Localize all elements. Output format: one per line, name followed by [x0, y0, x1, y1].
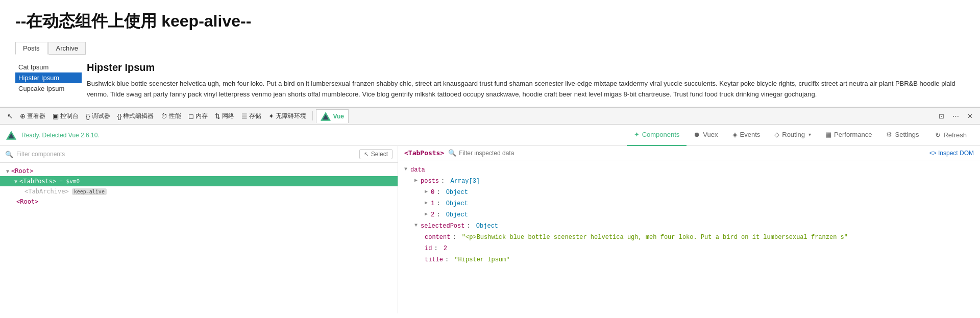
post-item-1[interactable]: Hipster Ipsum — [15, 72, 82, 83]
data-type-posts: Array[3] — [450, 177, 480, 186]
routing-label: Routing — [782, 131, 805, 138]
select-button[interactable]: ↖ Select — [359, 149, 393, 159]
data-arrow-post0[interactable]: ▶ — [425, 188, 428, 195]
vue-nav-logo — [6, 130, 16, 140]
dt-accessibility-tool[interactable]: ✦ 无障碍环境 — [265, 110, 309, 122]
data-value-title: "Hipster Ipsum" — [454, 255, 509, 264]
vue-panels: 🔍 ↖ Select ▼ <Root> ▼ <TabPost — [0, 146, 980, 313]
vue-devtools: Ready. Detected Vue 2.6.10. ✦ Components… — [0, 125, 980, 313]
dt-perf-label: 性能 — [169, 112, 181, 120]
tree-arrow-tabposts: ▼ — [14, 179, 17, 184]
cursor-icon: ↖ — [7, 112, 13, 120]
dt-inspector-label: 查看器 — [27, 112, 45, 120]
tab-settings[interactable]: ⚙ Settings — [879, 125, 926, 146]
refresh-label: Refresh — [943, 131, 967, 139]
dt-network-label: 网络 — [222, 112, 234, 120]
data-tree: ▼ data ▶ posts : Array[3] ▶ 0 : — [398, 160, 980, 313]
dt-style-label: 样式编辑器 — [123, 112, 154, 120]
performance-label: Performance — [834, 131, 872, 138]
tab-archive[interactable]: Archive — [48, 42, 86, 55]
dt-memory-label: 内存 — [195, 112, 208, 120]
dt-inspector-tool[interactable]: ⊕ 查看器 — [17, 110, 48, 122]
data-arrow-posts[interactable]: ▶ — [414, 177, 418, 184]
tree-root[interactable]: ▼ <Root> — [0, 166, 398, 176]
tab-events[interactable]: ◈ Events — [725, 125, 768, 146]
memory-icon: ◻ — [188, 112, 194, 120]
data-key-selectedpost: selectedPost — [421, 222, 464, 231]
settings-icon: ⚙ — [886, 131, 892, 138]
tree-tag-root: <Root> — [11, 167, 33, 175]
data-value-id: 2 — [444, 244, 447, 253]
vue-nav: Ready. Detected Vue 2.6.10. ✦ Components… — [0, 125, 980, 146]
dt-cursor-tool[interactable]: ↖ — [4, 111, 16, 121]
dt-more-btn[interactable]: ⋯ — [949, 111, 962, 121]
inspector-search: 🔍 — [448, 149, 925, 157]
tree-tag-tabposts: <TabPosts> — [19, 178, 56, 185]
posts-list: Cat Ipsum Hipster Ipsum Cupcake Ipsum — [15, 62, 82, 94]
tab-routing[interactable]: ◇ Routing ▾ — [767, 125, 818, 146]
data-arrow-root[interactable]: ▼ — [404, 165, 407, 173]
data-arrow-selectedpost[interactable]: ▼ — [414, 222, 418, 229]
inspector-icon: ⊕ — [20, 112, 26, 120]
select-cursor-icon: ↖ — [364, 151, 369, 158]
perf-icon: ⏱ — [161, 112, 167, 120]
data-key-data: data — [410, 165, 425, 175]
inspector-component-name: <TabPosts> — [404, 149, 444, 157]
data-id-row: id : 2 — [404, 243, 974, 254]
tab-components[interactable]: ✦ Components — [627, 125, 687, 146]
data-key-title: title — [425, 255, 443, 264]
post-item-2[interactable]: Cupcake Ipsum — [15, 83, 82, 94]
dt-perf-tool[interactable]: ⏱ 性能 — [158, 110, 184, 122]
dt-actions: ⊡ ⋯ ✕ — [936, 111, 976, 121]
tree-tag-root2: <Root> — [16, 198, 38, 205]
tree-tabarchive[interactable]: <TabArchive> keep-alive — [0, 186, 398, 197]
tab-posts[interactable]: Posts — [15, 42, 47, 55]
data-post-item-2: ▶ 2 : Object — [404, 209, 974, 221]
data-key-id: id — [425, 244, 432, 253]
dt-close-btn[interactable]: ✕ — [964, 111, 976, 121]
dt-memory-tool[interactable]: ◻ 内存 — [185, 110, 211, 122]
components-label: Components — [642, 131, 680, 138]
data-type-post1: Object — [446, 199, 468, 208]
dt-dock-btn[interactable]: ⊡ — [936, 111, 947, 121]
tree-tabposts[interactable]: ▼ <TabPosts> = $vm0 — [0, 176, 398, 186]
data-arrow-post2[interactable]: ▶ — [425, 210, 428, 218]
dt-accessibility-label: 无障碍环境 — [276, 112, 306, 120]
component-tree-panel: 🔍 ↖ Select ▼ <Root> ▼ <TabPost — [0, 146, 398, 313]
tree-attr-tabposts: = $vm0 — [59, 178, 80, 185]
inspector-search-input[interactable] — [459, 150, 925, 157]
data-posts-row: ▶ posts : Array[3] — [404, 176, 974, 187]
tree-root-close[interactable]: <Root> — [0, 197, 398, 207]
dt-storage-tool[interactable]: ☰ 存储 — [238, 110, 264, 122]
refresh-btn[interactable]: ↻ Refresh — [928, 125, 974, 146]
vue-nav-tabs: ✦ Components ⏺ Vuex ◈ Events ◇ Routing ▾… — [627, 125, 974, 146]
components-icon: ✦ — [634, 131, 640, 138]
dt-network-tool[interactable]: ⇅ 网络 — [212, 110, 237, 122]
tree-arrow-root: ▼ — [6, 168, 9, 174]
routing-dropdown-icon: ▾ — [808, 132, 811, 137]
dt-vue-tab[interactable]: Vue — [316, 109, 349, 123]
post-item-0[interactable]: Cat Ipsum — [15, 62, 82, 72]
component-tree: ▼ <Root> ▼ <TabPosts> = $vm0 <TabArchive… — [0, 163, 398, 313]
data-arrow-post1[interactable]: ▶ — [425, 199, 428, 207]
tab-vuex[interactable]: ⏺ Vuex — [687, 125, 725, 146]
data-post-item-0: ▶ 0 : Object — [404, 187, 974, 198]
inspector-panel: <TabPosts> 🔍 <> Inspect DOM ▼ data ▶ pos… — [398, 146, 980, 313]
dt-console-tool[interactable]: ▣ 控制台 — [50, 110, 82, 122]
dt-debugger-tool[interactable]: {} 调试器 — [83, 110, 113, 122]
settings-label: Settings — [895, 131, 919, 138]
devtools-toolbar: ↖ ⊕ 查看器 ▣ 控制台 {} 调试器 {} 样式编辑器 ⏱ 性能 ◻ 内存 … — [0, 107, 980, 125]
data-root-row: ▼ data — [404, 164, 974, 176]
dt-style-tool[interactable]: {} 样式编辑器 — [114, 110, 157, 122]
dt-debugger-label: 调试器 — [92, 112, 110, 120]
vue-status: Ready. Detected Vue 2.6.10. — [21, 132, 100, 139]
data-post-item-1: ▶ 1 : Object — [404, 198, 974, 209]
dt-separator — [312, 111, 313, 120]
app-title: --在动态组件上使用 keep-alive-- — [15, 10, 965, 33]
tab-performance[interactable]: ▦ Performance — [818, 125, 879, 146]
inspect-dom-btn[interactable]: <> Inspect DOM — [929, 150, 974, 157]
select-label: Select — [371, 151, 388, 158]
dt-storage-label: 存储 — [249, 112, 261, 120]
component-search-input[interactable] — [16, 151, 356, 158]
post-body: Bushwick blue bottle scenester helvetica… — [87, 79, 965, 100]
